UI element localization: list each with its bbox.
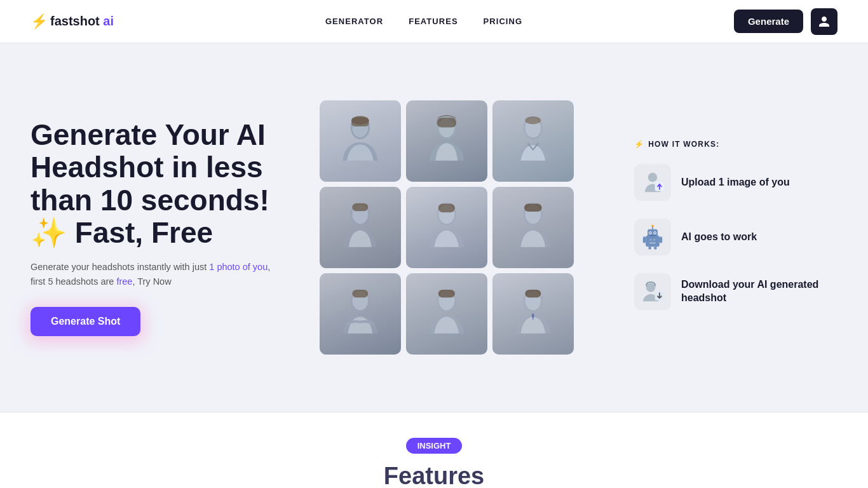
person-silhouette-2 xyxy=(418,112,475,170)
svg-rect-24 xyxy=(438,290,455,297)
photo-4 xyxy=(320,187,401,268)
svg-rect-42 xyxy=(660,236,662,243)
upload-step-icon xyxy=(634,164,671,201)
how-it-works-title: ⚡ HOW IT WORKS: xyxy=(634,140,837,149)
photo-9 xyxy=(492,273,574,355)
download-step-icon xyxy=(634,273,671,310)
hero-photo-grid xyxy=(320,100,574,355)
upload-person-icon xyxy=(639,169,666,196)
person-silhouette-3 xyxy=(505,112,562,170)
svg-point-37 xyxy=(654,232,656,233)
hero-section: Generate Your AIHeadshot in lessthan 10 … xyxy=(0,43,868,412)
person-silhouette-1 xyxy=(332,112,389,170)
photo-2 xyxy=(406,100,487,182)
nav-generator[interactable]: GENERATOR xyxy=(325,17,383,26)
how-it-works-section: ⚡ HOW IT WORKS: Upload 1 image of you xyxy=(621,127,837,328)
bolt-icon-small: ⚡ xyxy=(634,140,644,149)
svg-rect-6 xyxy=(437,118,456,127)
nav-links: GENERATOR FEATURES PRICING xyxy=(325,17,522,26)
features-section: INSIGHT Features xyxy=(0,412,868,488)
person-silhouette-4 xyxy=(332,199,389,256)
svg-rect-15 xyxy=(438,204,455,213)
photo-1 xyxy=(320,100,401,182)
features-title: Features xyxy=(384,463,484,488)
logo-text: fastshot ai xyxy=(50,14,114,29)
photo-3 xyxy=(492,100,574,182)
svg-point-9 xyxy=(526,116,541,124)
svg-rect-39 xyxy=(648,247,651,249)
person-silhouette-7 xyxy=(332,285,389,342)
nav-pricing[interactable]: PRICING xyxy=(484,17,522,26)
logo-ai: ai xyxy=(103,14,114,28)
ai-step-icon xyxy=(634,219,671,255)
svg-rect-12 xyxy=(353,203,369,211)
person-silhouette-6 xyxy=(505,199,562,256)
download-headshot-icon xyxy=(639,278,666,305)
photo-5 xyxy=(406,187,487,268)
nav-features[interactable]: FEATURES xyxy=(409,17,458,26)
person-silhouette-5 xyxy=(418,199,475,256)
insight-badge: INSIGHT xyxy=(406,438,463,454)
svg-point-36 xyxy=(649,232,651,233)
person-silhouette-8 xyxy=(418,285,475,342)
how-step-ai: AI goes to work xyxy=(634,219,837,255)
step-upload-text: Upload 1 image of you xyxy=(681,176,790,189)
svg-rect-3 xyxy=(351,118,369,126)
generate-shot-button[interactable]: Generate Shot xyxy=(31,307,140,336)
step-download-text: Download your AI generated headshot xyxy=(681,278,837,305)
hero-subtitle: Generate your headshots instantly with j… xyxy=(31,260,272,289)
svg-rect-40 xyxy=(654,247,656,249)
bolt-icon: ⚡ xyxy=(31,13,48,30)
how-step-download: Download your AI generated headshot xyxy=(634,273,837,310)
svg-point-46 xyxy=(646,283,655,292)
svg-rect-18 xyxy=(524,204,542,212)
svg-rect-21 xyxy=(353,290,369,297)
robot-icon xyxy=(639,224,666,250)
photo-6 xyxy=(492,187,574,268)
svg-rect-38 xyxy=(649,235,656,236)
hero-title: Generate Your AIHeadshot in lessthan 10 … xyxy=(31,119,272,250)
svg-point-44 xyxy=(653,239,655,241)
generate-nav-button[interactable]: Generate xyxy=(734,10,803,33)
photo-8 xyxy=(406,273,487,355)
how-step-upload: Upload 1 image of you xyxy=(634,164,837,201)
svg-rect-41 xyxy=(643,236,646,243)
step-ai-text: AI goes to work xyxy=(681,231,757,244)
user-icon xyxy=(818,15,831,28)
photo-7 xyxy=(320,273,401,355)
svg-point-43 xyxy=(650,239,652,241)
logo[interactable]: ⚡ fastshot ai xyxy=(31,13,114,30)
navbar: ⚡ fastshot ai GENERATOR FEATURES PRICING… xyxy=(0,0,868,43)
svg-rect-27 xyxy=(526,290,541,297)
svg-point-28 xyxy=(648,173,657,182)
svg-point-33 xyxy=(651,225,654,227)
nav-right: Generate xyxy=(734,8,837,35)
svg-rect-45 xyxy=(649,242,656,244)
person-silhouette-9 xyxy=(505,285,562,342)
hero-copy: Generate Your AIHeadshot in lessthan 10 … xyxy=(31,119,272,336)
user-account-button[interactable] xyxy=(811,8,837,35)
